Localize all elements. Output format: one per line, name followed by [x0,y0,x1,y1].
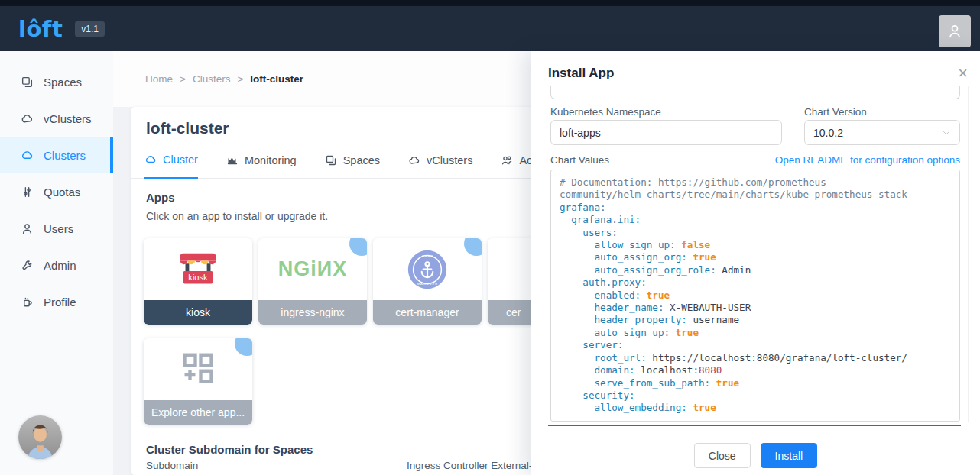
namespace-input[interactable]: loft-apps [550,120,782,145]
user-icon [946,23,963,40]
profile-avatar-photo[interactable] [18,415,62,459]
namespace-label: Kubernetes Namespace [550,106,661,118]
sidebar-item-label: Admin [44,259,76,272]
drawer-footer: Close Install [531,443,980,468]
kiosk-sign-text: kiosk [188,273,208,282]
kiosk-stand-icon: kiosk [174,246,222,293]
svg-text:M A N A G E R: M A N A G E R [417,281,437,285]
tab-vclusters[interactable]: vClusters [408,151,472,178]
app-card-kiosk[interactable]: kiosk kiosk [144,238,252,325]
drawer-title: Install App [548,66,614,81]
sidebar-item-label: Clusters [44,149,86,162]
breadcrumb-separator: > [237,73,243,85]
cluster-cloud-icon [21,149,34,162]
drawer-scrollbar-track[interactable] [968,86,969,422]
app-card-label: Explore other app... [144,400,252,425]
chart-values-label: Chart Values [550,154,609,166]
apps-description: Click on an app to install or upgrade it… [146,210,328,222]
tab-cluster[interactable]: Cluster [144,151,198,179]
tab-label: Spaces [343,154,380,166]
top-navbar: lôft v1.1 [0,6,980,51]
sidebar-item-vclusters[interactable]: vClusters [0,100,113,137]
tab-label: Cluster [163,153,198,166]
sidebar-item-label: Profile [44,296,76,309]
chart-version-label: Chart Version [804,106,867,118]
users-person-icon [21,222,34,235]
loft-app: lôft v1.1 Spaces vClusters Clusters [0,0,980,475]
tab-monitoring[interactable]: Monitoring [226,151,297,178]
app-card-label: cert-manager [373,300,482,325]
close-icon[interactable]: × [955,62,971,85]
loft-logo[interactable]: lôft [18,16,63,42]
subdomain-label: Subdomain [146,460,198,471]
chart-version-select[interactable]: 10.0.2 [804,120,960,145]
open-readme-link[interactable]: Open README for configuration options [775,154,960,166]
drawer-blue-divider [548,425,961,426]
install-app-drawer: Install App × Kubernetes Namespace loft-… [531,51,980,475]
breadcrumb-current: loft-cluster [250,73,303,85]
kiosk-logo: kiosk [144,238,252,300]
access-people-icon [501,154,513,166]
top-dark-strip [0,0,980,6]
cert-manager-logo: C E R T M A N A G E R [373,238,482,300]
sidebar-item-admin[interactable]: Admin [0,247,113,283]
tab-label: Monitoring [245,154,297,166]
subdomain-section-heading: Cluster Subdomain for Spaces [146,443,313,456]
explore-apps-logo [144,338,252,400]
sidebar-item-label: Spaces [44,76,82,89]
apps-heading: Apps [146,191,175,204]
app-card-label: kiosk [144,300,252,325]
page-title: loft-cluster [146,119,229,137]
sidebar-item-quotas[interactable]: Quotas [0,173,113,210]
app-card-label: ingress-nginx [258,300,367,325]
user-menu-button[interactable] [939,15,971,47]
tab-label: vClusters [427,154,472,166]
cert-manager-badge-icon: C E R T M A N A G E R [404,246,451,293]
app-grid-plus-icon [177,348,219,391]
svg-text:C E R T: C E R T [422,254,433,257]
chart-version-value: 10.0.2 [813,127,843,139]
breadcrumb-separator: > [180,73,186,85]
breadcrumb: Home > Clusters > loft-cluster [145,73,303,85]
install-button[interactable]: Install [761,443,818,468]
sidebar-item-label: Quotas [44,186,80,199]
app-card-cert-manager[interactable]: C E R T M A N A G E R cert-manager [373,238,482,325]
app-card-ingress-nginx[interactable]: NGiИX ingress-nginx [258,238,367,325]
nginx-logo: NGiИX [278,257,347,281]
sidebar-item-label: vClusters [44,112,92,125]
breadcrumb-clusters[interactable]: Clusters [193,73,231,85]
app-card-explore-other[interactable]: Explore other app... [144,338,252,425]
avatar-photo-image [18,415,62,459]
quotas-sliders-icon [21,186,34,199]
sidebar-item-clusters[interactable]: Clusters [0,137,113,173]
sidebar: Spaces vClusters Clusters Quotas Users A… [0,51,113,475]
spaces-icon [21,76,34,89]
spaces-icon [325,154,337,166]
sidebar-item-users[interactable]: Users [0,210,113,247]
admin-wrench-icon [21,259,34,272]
tab-spaces[interactable]: Spaces [325,151,380,178]
vcluster-cloud-icon [408,154,420,166]
sidebar-item-spaces[interactable]: Spaces [0,63,113,100]
sidebar-item-profile[interactable]: Profile [0,283,113,320]
scrolled-field-partial[interactable] [550,86,960,99]
cloud-icon [144,153,157,166]
chevron-down-icon [942,128,951,137]
namespace-value: loft-apps [560,127,601,139]
vcluster-cloud-icon [21,112,34,125]
chart-values-editor[interactable]: # Documentation: https://github.com/prom… [550,170,960,422]
breadcrumb-home[interactable]: Home [145,73,173,85]
profile-mug-icon [21,296,34,309]
version-badge: v1.1 [75,21,105,37]
monitoring-chart-icon [226,154,239,166]
ingress-external-ip-label: Ingress Controller External-IP [407,460,542,471]
sidebar-item-label: Users [44,222,73,235]
close-button[interactable]: Close [694,443,751,468]
